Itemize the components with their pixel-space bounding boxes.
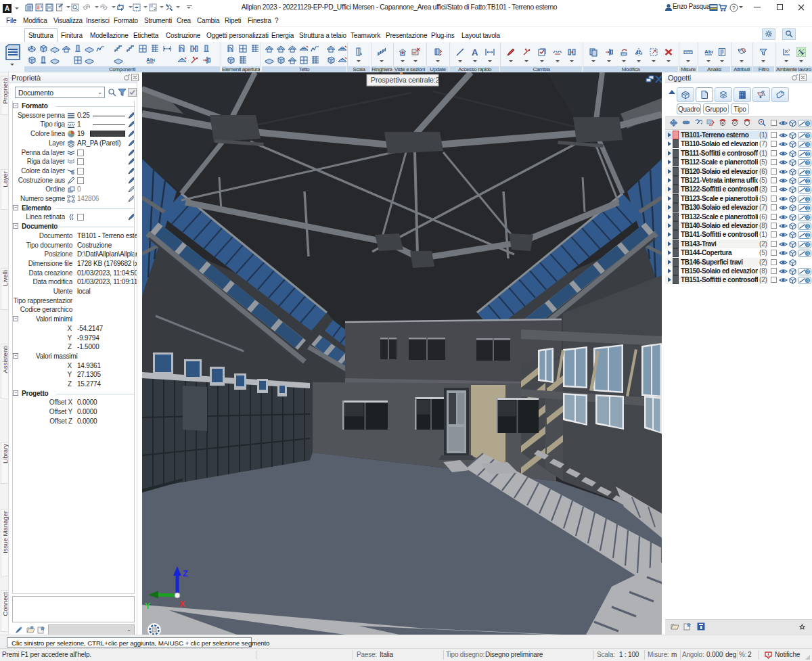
svg-text:0: 0 [807,121,809,126]
svg-text:0: 0 [807,142,809,147]
svg-text:0: 0 [807,179,809,183]
svg-text:X: X [179,599,185,609]
svg-text:Abc: Abc [704,49,713,55]
svg-text:0: 0 [807,160,809,165]
svg-text:0: 0 [807,242,809,247]
svg-text:0: 0 [807,152,809,156]
svg-text:?: ? [732,5,736,12]
svg-text:Abc: Abc [146,57,155,63]
svg-text:0: 0 [807,206,809,210]
svg-text:0: 0 [807,251,809,256]
svg-text:0: 0 [807,233,809,237]
svg-text:Y: Y [145,601,151,611]
svg-text:Z: Z [183,568,188,578]
svg-text:0: 0 [807,269,809,274]
svg-text:0: 0 [807,278,809,283]
svg-text:0: 0 [807,187,809,192]
svg-text:0: 0 [807,224,809,229]
svg-text:0: 0 [807,215,809,220]
svg-text:Prospettiva centrale:2: Prospettiva centrale:2 [371,76,440,84]
svg-text:0: 0 [807,133,809,138]
svg-text:0: 0 [807,197,809,202]
svg-text:0: 0 [807,170,809,175]
svg-text:A: A [472,47,478,57]
